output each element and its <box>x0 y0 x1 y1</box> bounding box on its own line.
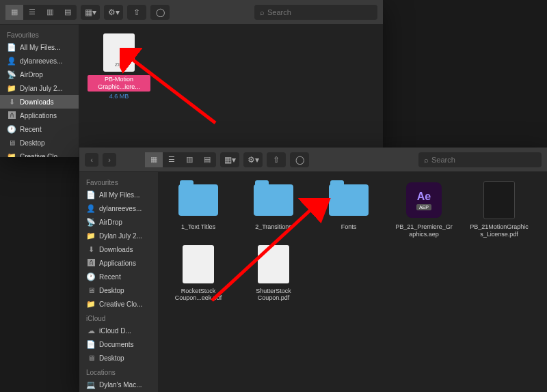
action-button[interactable]: ⚙▾ <box>104 5 123 20</box>
file-label: PB_21_Premiere_Graphics.aep <box>392 223 455 239</box>
sidebar-item-label: Documents <box>99 341 134 348</box>
sidebar: Favourites📄All My Files...👤dylanreeves..… <box>79 172 159 392</box>
back-button[interactable]: ‹ <box>85 153 98 167</box>
sidebar-item[interactable]: 📁Creative Clo... <box>0 150 79 157</box>
sidebar-item[interactable]: 📄Documents <box>79 337 158 351</box>
action-button[interactable]: ⚙▾ <box>243 152 263 167</box>
file-label: PB_21MotionGraphics_License.pdf <box>468 223 531 239</box>
search-field[interactable]: ⌕ <box>418 152 542 167</box>
sidebar-item-icon: 📄 <box>86 190 96 199</box>
file-item[interactable]: Fonts <box>317 180 380 239</box>
sidebar-item[interactable]: ☁iCloud D... <box>79 324 158 337</box>
sidebar-item-icon: 👤 <box>86 204 96 213</box>
file-item[interactable]: AeAEPPB_21_Premiere_Graphics.aep <box>392 180 455 239</box>
arrange-button[interactable]: ▦▾ <box>220 152 239 167</box>
sidebar-item-label: Applications <box>20 112 57 120</box>
list-view-button[interactable]: ☰ <box>163 152 181 167</box>
file-label: RocketStock Coupon...eek.pdf <box>167 287 230 303</box>
sidebar-item[interactable]: 🕐Recent <box>0 122 79 136</box>
sidebar-item[interactable]: 👤dylanreeves... <box>79 201 158 215</box>
zip-icon <box>99 33 139 72</box>
folder-icon <box>178 180 218 220</box>
gallery-view-button[interactable]: ▤ <box>198 152 216 167</box>
sidebar-item-icon: 🕐 <box>7 124 16 134</box>
sidebar-item-label: Creative Clo... <box>99 300 142 308</box>
sidebar-item[interactable]: 🅰Applications <box>79 256 158 270</box>
sidebar-item-label: Downloads <box>99 246 133 253</box>
sidebar-item-icon: 📁 <box>7 152 16 157</box>
sidebar: Favourites📄All My Files...👤dylanreeves..… <box>0 25 79 157</box>
sidebar-item-label: Applications <box>99 260 136 267</box>
gallery-view-button[interactable]: ▤ <box>59 5 77 20</box>
finder-window-2: ‹ › ▦ ☰ ▥ ▤ ▦▾ ⚙▾ ⇧ ◯ ⌕ Favourites📄All M… <box>79 148 547 392</box>
sidebar-item[interactable]: 🅰Applications <box>0 109 79 122</box>
sidebar-item[interactable]: 🕐Recent <box>79 270 158 283</box>
sidebar-item-icon: 📁 <box>86 299 96 309</box>
search-input[interactable] <box>431 156 536 164</box>
sidebar-item-icon: ⬇ <box>7 97 16 107</box>
tags-button[interactable]: ◯ <box>290 152 309 167</box>
sidebar-item-icon: 📁 <box>86 231 96 240</box>
file-item[interactable]: PB_21MotionGraphics_License.pdf <box>468 180 531 239</box>
file-grid: PB-Motion Graphic...iere...4.6 MB <box>79 25 383 157</box>
sidebar-item-label: Dylan's Mac... <box>99 381 142 389</box>
share-button[interactable]: ⇧ <box>127 5 146 20</box>
sidebar-item-icon: ⬇ <box>86 244 96 254</box>
pdf-icon <box>479 180 519 220</box>
file-label: ShutterStock Coupon.pdf <box>242 287 305 303</box>
file-item[interactable]: RocketStock Coupon...eek.pdf <box>167 244 230 303</box>
icon-view-button[interactable]: ▦ <box>5 5 23 20</box>
tags-button[interactable]: ◯ <box>150 5 170 20</box>
file-item[interactable]: ShutterStock Coupon.pdf <box>242 244 305 303</box>
sidebar-item[interactable]: 🖥Desktop <box>79 351 158 365</box>
sidebar-item-icon: 💻 <box>86 380 96 389</box>
view-mode-group: ▦ ☰ ▥ ▤ <box>145 152 216 167</box>
sidebar-item-label: All My Files... <box>20 44 60 51</box>
sidebar-item-label: Creative Clo... <box>20 153 63 158</box>
sidebar-item-label: AirDrop <box>99 219 122 226</box>
sidebar-item-label: Desktop <box>99 287 124 294</box>
search-input[interactable] <box>267 8 372 16</box>
file-item[interactable]: 2_Transitions <box>242 180 305 239</box>
finder-window-1: ▦ ☰ ▥ ▤ ▦▾ ⚙▾ ⇧ ◯ ⌕ Favourites📄All My Fi… <box>0 0 383 157</box>
search-field[interactable]: ⌕ <box>254 5 377 20</box>
icon-view-button[interactable]: ▦ <box>145 152 163 167</box>
sidebar-item[interactable]: ⬇Downloads <box>0 95 79 109</box>
sidebar-item-label: All My Files... <box>99 191 139 199</box>
sidebar-item-icon: 🅰 <box>7 111 16 120</box>
sidebar-item[interactable]: 📁Dylan July 2... <box>0 81 79 95</box>
sidebar-item[interactable]: ⬇Downloads <box>79 242 158 256</box>
sidebar-item-icon: 🅰 <box>86 258 96 268</box>
sidebar-item-icon: 📄 <box>7 42 16 52</box>
sidebar-item[interactable]: 📄All My Files... <box>0 40 79 54</box>
sidebar-item[interactable]: 👤dylanreeves... <box>0 54 79 68</box>
sidebar-item-icon: 👤 <box>7 56 16 66</box>
sidebar-item-icon: 🕐 <box>86 272 96 281</box>
sidebar-item[interactable]: 📁Dylan July 2... <box>79 229 158 242</box>
sidebar-item[interactable]: 📡AirDrop <box>79 215 158 229</box>
sidebar-item[interactable]: 📄All My Files... <box>79 188 158 201</box>
file-item[interactable]: 1_Text Titles <box>167 180 230 239</box>
arrange-button[interactable]: ▦▾ <box>81 5 100 20</box>
toolbar: ▦ ☰ ▥ ▤ ▦▾ ⚙▾ ⇧ ◯ ⌕ <box>0 0 383 25</box>
sidebar-item-icon: 📡 <box>86 217 96 227</box>
sidebar-section-header: Favourites <box>79 175 158 188</box>
sidebar-item[interactable]: 📁Creative Clo... <box>79 297 158 311</box>
sidebar-item[interactable]: 🖥Desktop <box>79 283 158 297</box>
column-view-button[interactable]: ▥ <box>41 5 59 20</box>
sidebar-item-icon: 📡 <box>7 70 16 79</box>
sidebar-item[interactable]: 🖥Desktop <box>0 136 79 150</box>
file-size: 4.6 MB <box>109 93 129 100</box>
forward-button[interactable]: › <box>103 153 116 167</box>
sidebar-item-label: Desktop <box>20 139 45 147</box>
list-view-button[interactable]: ☰ <box>23 5 41 20</box>
file-item[interactable]: PB-Motion Graphic...iere...4.6 MB <box>88 33 150 100</box>
sidebar-item[interactable]: 📡AirDrop <box>0 68 79 81</box>
sidebar-item-label: Dylan July 2... <box>20 85 63 92</box>
column-view-button[interactable]: ▥ <box>181 152 198 167</box>
sidebar-item-icon: 🖥 <box>86 353 96 363</box>
sidebar-item[interactable]: 💻Dylan's Mac... <box>79 378 158 391</box>
share-button[interactable]: ⇧ <box>267 152 286 167</box>
sidebar-item-icon: 📄 <box>86 339 96 349</box>
search-icon: ⌕ <box>260 8 265 16</box>
